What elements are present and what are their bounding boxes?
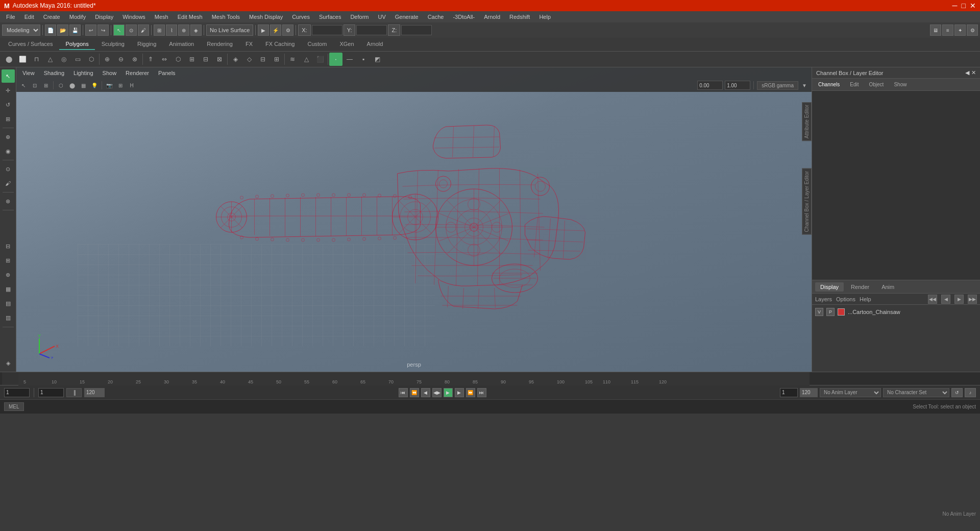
vp-frame-sel-btn[interactable]: ⊞ — [41, 80, 51, 90]
attr-editor-btn[interactable]: ✦ — [954, 25, 966, 36]
tab-rigging[interactable]: Rigging — [131, 39, 162, 50]
menu-deform[interactable]: Deform — [346, 13, 373, 21]
layer-visibility-btn[interactable]: V — [815, 308, 823, 316]
prev-btn[interactable]: ◀ — [941, 295, 950, 304]
vp-angle-input[interactable] — [697, 81, 723, 90]
vp-smooth-btn[interactable]: ⬤ — [67, 80, 77, 90]
paint-tool-btn[interactable]: 🖌 — [138, 25, 149, 36]
go-start-btn[interactable]: ⏮ — [399, 388, 408, 397]
loop-toggle-btn[interactable]: ↺ — [951, 388, 963, 397]
maximize-button[interactable]: □ — [962, 2, 966, 10]
bottom-btn[interactable]: ◈ — [2, 356, 15, 370]
prev-frame-btn[interactable]: ◀ — [421, 388, 430, 397]
menu-edit-mesh[interactable]: Edit Mesh — [174, 13, 207, 21]
lasso-select-btn[interactable]: ⊙ — [2, 162, 15, 176]
menu-curves[interactable]: Curves — [288, 13, 314, 21]
show-tab[interactable]: Show — [891, 81, 910, 88]
display-layer-btn[interactable]: ⊟ — [2, 240, 15, 253]
bridge-icon-btn[interactable]: ⇔ — [158, 53, 171, 66]
next-key-btn[interactable]: ⏩ — [466, 388, 475, 397]
vp-frame-all-btn[interactable]: ⊡ — [30, 80, 40, 90]
next-btn[interactable]: ▶ — [954, 295, 964, 304]
boolean-icon-btn[interactable]: ⊗ — [128, 53, 141, 66]
attribute-editor-vertical-label[interactable]: Attribute Editor — [802, 102, 812, 141]
next-frame-btn[interactable]: ▶ — [455, 388, 464, 397]
vp-menu-lighting[interactable]: Lighting — [69, 69, 97, 77]
render-view-btn[interactable]: 🖥 — [930, 25, 941, 36]
menu-surfaces[interactable]: Surfaces — [315, 13, 345, 21]
vp-menu-show[interactable]: Show — [99, 69, 121, 77]
cone-icon-btn[interactable]: △ — [43, 53, 57, 66]
tab-curves-surfaces[interactable]: Curves / Surfaces — [2, 39, 59, 50]
render-settings-btn[interactable]: ⚙ — [282, 25, 293, 36]
select-tool-btn[interactable]: ↖ — [113, 25, 125, 36]
edge-select-btn[interactable]: — — [343, 53, 356, 66]
chamfer-icon-btn[interactable]: ◇ — [242, 53, 256, 66]
vp-grid-btn[interactable]: ⊞ — [115, 80, 126, 90]
channel-editor-vertical-label[interactable]: Channel Box / Layer Editor — [802, 168, 812, 235]
anim-end-input[interactable] — [800, 388, 818, 397]
gamma-label[interactable]: sRGB gamma — [757, 81, 798, 90]
menu-file[interactable]: File — [2, 13, 19, 21]
cube-icon-btn[interactable]: ⬜ — [16, 53, 29, 66]
script-mode-select[interactable]: MEL — [4, 402, 24, 411]
tab-fx[interactable]: FX — [239, 39, 259, 50]
minimize-button[interactable]: ─ — [952, 2, 958, 10]
menu-windows[interactable]: Windows — [118, 13, 150, 21]
menu-3dto[interactable]: -3DtoAll- — [449, 13, 479, 21]
torus-icon-btn[interactable]: ◎ — [57, 53, 70, 66]
anim-layer-select[interactable]: No Anim Layer — [820, 388, 881, 397]
render-layer-btn[interactable]: ⊞ — [2, 254, 15, 268]
layers-menu[interactable]: Layers — [815, 296, 832, 302]
offset-loop-btn[interactable]: ⊞ — [270, 53, 283, 66]
outliner-btn[interactable]: ≡ — [942, 25, 953, 36]
menu-mesh[interactable]: Mesh — [151, 13, 173, 21]
options-menu[interactable]: Options — [836, 296, 855, 302]
sphere-icon-btn[interactable]: ⬤ — [2, 53, 15, 66]
channel-box-controls[interactable]: ◀ ✕ — [965, 69, 976, 76]
another-btn3[interactable]: ▥ — [2, 311, 15, 325]
vp-light-btn[interactable]: 💡 — [89, 80, 100, 90]
vp-menu-shading[interactable]: Shading — [40, 69, 68, 77]
select-mode-btn[interactable]: ↖ — [2, 69, 15, 83]
play-fwd-btn[interactable]: ▶ — [444, 388, 453, 397]
merge-icon-btn[interactable]: ⊟ — [199, 53, 212, 66]
menu-arnold[interactable]: Arnold — [480, 13, 504, 21]
insert-loop-btn[interactable]: ⊟ — [256, 53, 270, 66]
vp-hud-btn[interactable]: H — [127, 80, 137, 90]
tab-arnold[interactable]: Arnold — [361, 39, 389, 50]
open-file-btn[interactable]: 📂 — [57, 25, 68, 36]
anim-start-input[interactable] — [780, 388, 798, 397]
help-menu[interactable]: Help — [860, 296, 871, 302]
another-btn2[interactable]: ▤ — [2, 297, 15, 310]
special-icon-btn[interactable]: ⬡ — [85, 53, 98, 66]
collapse-icon-btn[interactable]: ⊠ — [213, 53, 226, 66]
vp-texture-btn[interactable]: ▦ — [78, 80, 88, 90]
z-input[interactable] — [401, 25, 432, 35]
separate-icon-btn[interactable]: ⊖ — [114, 53, 128, 66]
play-back-btn[interactable]: ◀▶ — [432, 388, 442, 397]
move-tool-btn[interactable]: ✛ — [2, 84, 15, 97]
menu-help[interactable]: Help — [535, 13, 555, 21]
save-file-btn[interactable]: 💾 — [69, 25, 81, 36]
range-start-input[interactable] — [38, 388, 64, 397]
y-input[interactable] — [356, 25, 387, 35]
channels-tab[interactable]: Channels — [815, 81, 843, 88]
vp-select-camera-btn[interactable]: ↖ — [18, 80, 29, 90]
snap-surface-btn[interactable]: ◈ — [190, 25, 202, 36]
vp-camera-toggle-btn[interactable]: 📷 — [104, 80, 114, 90]
tab-animation[interactable]: Animation — [163, 39, 200, 50]
layer-playback-btn[interactable]: P — [826, 308, 835, 316]
fill-icon-btn[interactable]: ⬡ — [172, 53, 185, 66]
next-layer-btn[interactable]: ▶▶ — [968, 295, 977, 304]
menu-create[interactable]: Create — [39, 13, 64, 21]
layer-color-swatch[interactable] — [838, 308, 845, 316]
combine-icon-btn[interactable]: ⊕ — [101, 53, 114, 66]
snap-grid-btn[interactable]: ⊞ — [154, 25, 165, 36]
viewport[interactable]: View Shading Lighting Show Renderer Pane… — [16, 67, 812, 372]
cylinder-icon-btn[interactable]: ⊓ — [30, 53, 43, 66]
uv-select-btn[interactable]: ◩ — [371, 53, 384, 66]
snap-point-btn[interactable]: ⊕ — [178, 25, 189, 36]
menu-redshift[interactable]: Redshift — [505, 13, 534, 21]
timeline-area[interactable]: 5 10 15 20 25 30 35 40 45 50 55 60 65 70… — [0, 372, 980, 385]
